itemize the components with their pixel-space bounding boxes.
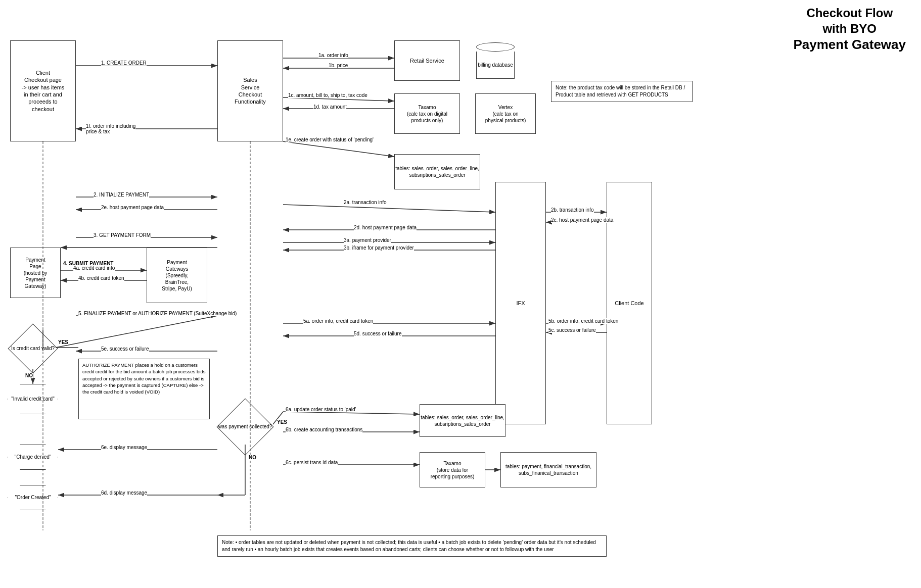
note1-label: Note: the product tax code will be store… <box>556 85 685 97</box>
payment-page-box: Payment Page (hosted by Payment Gateway) <box>10 248 61 298</box>
taxamo2-label: Taxamo (store data for reporting purpose… <box>431 460 475 480</box>
retail-service-label: Retail Service <box>410 57 444 64</box>
label-s5c: 5c. success or failure <box>548 327 596 333</box>
svg-line-12 <box>283 205 495 212</box>
sales-order-tables2-label: tables: sales_order, sales_order_line, s… <box>420 414 505 427</box>
client-code-label: Client Code <box>615 300 643 307</box>
label-s4b: 4b. credit card token <box>78 275 124 281</box>
bottom-note-label: Note: • order tables are not updated or … <box>222 540 596 552</box>
credit-card-diamond: Is credit card valid? <box>10 328 56 369</box>
client-checkout-label: Client Checkout page -> user has items i… <box>22 69 65 113</box>
credit-card-diamond-label: Is credit card valid? <box>11 346 55 352</box>
title-line1: Checkout Flow <box>793 5 906 21</box>
authorize-box: AUTHORIZE PAYMENT places a hold on a cus… <box>78 359 210 419</box>
order-created-label: "Order Created" <box>15 495 51 501</box>
label-s2c: 2c. host payment page data <box>551 217 613 223</box>
label-s5d: 5d. success or failure <box>354 331 402 336</box>
no-label-cc: NO <box>25 373 33 378</box>
label-s2: 2. INITIALIZE PAYMENT <box>94 192 149 198</box>
payment-page-label: Payment Page (hosted by Payment Gateway) <box>24 257 48 289</box>
payment-tables-label: tables: payment, financial_transaction, … <box>501 463 596 476</box>
taxamo1-box: Taxamo (calc tax on digital products onl… <box>394 93 460 134</box>
label-s5a: 5a. order info, credit card token <box>303 318 373 324</box>
title-line2: with BYO <box>793 21 906 36</box>
svg-line-9 <box>283 141 394 157</box>
sales-order-tables2-box: tables: sales_order, sales_order_line, s… <box>420 404 505 437</box>
ifx-label: IFX <box>516 300 525 307</box>
yes-label-cc: YES <box>58 339 68 345</box>
payment-gateways-box: Payment Gateways (Spreedly, BrainTree, S… <box>147 248 207 303</box>
label-s6a: 6a. update order status to 'paid' <box>286 407 356 412</box>
authorize-label: AUTHORIZE PAYMENT places a hold on a cus… <box>82 362 205 395</box>
order-created-hexagon: "Order Created" <box>8 485 58 510</box>
sales-order-tables-box: tables: sales_order, sales_order_line, s… <box>394 154 480 189</box>
label-s6c: 6c. persist trans id data <box>286 460 338 465</box>
payment-gateways-label: Payment Gateways (Spreedly, BrainTree, S… <box>162 259 192 292</box>
label-s1a: 1a. order info <box>318 53 348 58</box>
client-checkout-box: Client Checkout page -> user has items i… <box>10 40 76 141</box>
payment-collected-diamond: was payment collected? <box>217 404 273 450</box>
label-s5: 5. FINALIZE PAYMENT or AUTHORIZE PAYMENT… <box>78 311 237 316</box>
charge-denied-label: "Charge denied" <box>15 454 52 460</box>
note1-box: Note: the product tax code will be store… <box>551 81 693 102</box>
label-s2d: 2d. host payment page data <box>354 225 417 230</box>
charge-denied-hexagon: "Charge denied" <box>8 445 58 470</box>
bottom-note: Note: • order tables are not updated or … <box>217 535 607 557</box>
sales-service-label: Sales Service Checkout Functionality <box>235 76 266 105</box>
title-line3: Payment Gateway <box>793 36 906 54</box>
diagram-container: Checkout Flow with BYO Payment Gateway C… <box>0 0 921 588</box>
vertex-label: Vertex (calc tax on physical products) <box>485 104 526 124</box>
label-s4a: 4a. credit card info <box>73 265 115 271</box>
client-code-box: Client Code <box>607 182 652 424</box>
invalid-cc-label: "Invalid credit card" <box>11 396 54 402</box>
ifx-box: IFX <box>495 182 546 424</box>
label-s1c: 1c. amount, bill to, ship to, tax code <box>288 92 367 98</box>
label-s2a: 2a. transaction info <box>344 200 387 205</box>
label-s5b: 5b. order info, credit card token <box>548 318 618 324</box>
label-s1: 1. CREATE ORDER <box>101 60 147 66</box>
label-s3b: 3b. iframe for payment provider <box>344 245 414 251</box>
label-s3a: 3a. payment provider <box>344 237 391 243</box>
taxamo1-label: Taxamo (calc tax on digital products onl… <box>407 104 447 124</box>
label-s2e: 2e. host payment page data <box>101 205 164 210</box>
invalid-cc-hexagon: "Invalid credit card" <box>8 384 58 414</box>
payment-tables-box: tables: payment, financial_transaction, … <box>500 452 596 487</box>
label-s2b: 2b. transaction info <box>551 207 594 213</box>
title: Checkout Flow with BYO Payment Gateway <box>793 5 906 54</box>
label-s6b: 6b. create accounting transactions <box>286 427 362 432</box>
svg-line-41 <box>56 316 217 348</box>
label-s1d: 1d. tax amount <box>313 104 347 110</box>
label-s1b: 1b. price <box>329 63 348 68</box>
taxamo2-box: Taxamo (store data for reporting purpose… <box>420 452 485 487</box>
label-s6e: 6e. display message <box>101 445 147 450</box>
yes-label-payment: YES <box>277 419 287 425</box>
sales-order-tables-label: tables: sales_order, sales_order_line, s… <box>395 165 480 178</box>
label-s1f: 1f. order info including price & tax <box>86 123 135 134</box>
sales-service-box: Sales Service Checkout Functionality <box>217 40 283 141</box>
arrows-svg <box>0 0 921 588</box>
payment-collected-label: was payment collected? <box>218 424 272 430</box>
label-s3: 3. GET PAYMENT FORM <box>94 232 151 238</box>
billing-database-cylinder: billing database <box>475 40 516 81</box>
label-s6d: 6d. display message <box>101 490 147 496</box>
billing-db-label: billing database <box>478 62 513 68</box>
retail-service-box: Retail Service <box>394 40 460 81</box>
svg-line-7 <box>283 97 394 101</box>
label-s5e: 5e. success or failure <box>101 346 149 352</box>
vertex-box: Vertex (calc tax on physical products) <box>475 93 536 134</box>
no-label-payment: NO <box>249 455 256 460</box>
label-s1e: 1e. create order with status of 'pending… <box>286 137 374 142</box>
